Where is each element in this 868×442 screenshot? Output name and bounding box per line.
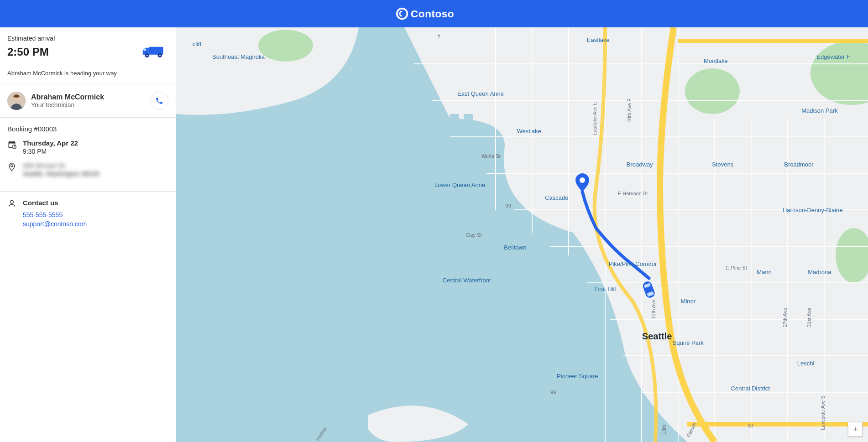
svg-point-4 bbox=[146, 55, 148, 57]
calendar-clock-icon bbox=[7, 140, 16, 149]
destination-marker bbox=[575, 173, 589, 193]
svg-point-18 bbox=[258, 30, 313, 62]
svg-point-40 bbox=[580, 177, 585, 183]
app-header: Contoso bbox=[0, 0, 868, 27]
contact-phone-link[interactable]: 555-555-5555 bbox=[23, 211, 168, 218]
technician-avatar bbox=[7, 92, 26, 110]
booking-address-line1: 400 Broad St. bbox=[23, 161, 99, 169]
contoso-logo-icon: Contoso bbox=[395, 6, 473, 21]
phone-icon bbox=[155, 97, 163, 105]
svg-rect-1 bbox=[149, 47, 163, 55]
truck-icon bbox=[141, 44, 168, 60]
brand-logo: Contoso bbox=[395, 6, 473, 21]
booking-datetime: Thursday, Apr 22 9:30 PM bbox=[7, 139, 168, 155]
booking-address-line2: Seattle, Washington 98109 bbox=[23, 170, 99, 177]
location-pin-icon bbox=[7, 162, 16, 172]
technician-section: Abraham McCormick Your technician bbox=[0, 84, 176, 118]
booking-title: Booking #00003 bbox=[7, 125, 168, 133]
map-view[interactable]: Seattle Southeast MagnoliaEastlakeMontla… bbox=[176, 27, 868, 442]
eta-time: 2:50 PM bbox=[7, 46, 49, 58]
contact-section: Contact us 555-555-5555 support@contoso.… bbox=[0, 192, 176, 236]
svg-text:Contoso: Contoso bbox=[411, 7, 454, 19]
technician-name: Abraham McCormick bbox=[31, 93, 104, 101]
svg-rect-14 bbox=[464, 114, 473, 164]
call-technician-button[interactable] bbox=[150, 92, 168, 110]
technician-role: Your technician bbox=[31, 101, 104, 109]
svg-point-15 bbox=[685, 68, 740, 114]
booking-time: 9:30 PM bbox=[23, 148, 78, 155]
svg-rect-13 bbox=[450, 114, 459, 169]
svg-rect-12 bbox=[436, 114, 445, 169]
svg-point-10 bbox=[10, 200, 14, 203]
headset-icon bbox=[7, 199, 16, 208]
eta-label: Estimated arrival bbox=[7, 35, 168, 42]
booking-date: Thursday, Apr 22 bbox=[23, 139, 78, 147]
map-canvas bbox=[176, 27, 868, 442]
contact-title: Contact us bbox=[23, 199, 168, 207]
booking-section: Booking #00003 Thursday, Apr 22 9:30 PM bbox=[0, 118, 176, 192]
svg-point-6 bbox=[159, 55, 161, 57]
svg-rect-2 bbox=[144, 49, 146, 51]
booking-address: 400 Broad St. Seattle, Washington 98109 bbox=[7, 161, 168, 177]
arrival-message: Abraham McCormick is heading your way bbox=[7, 65, 168, 77]
contact-email-link[interactable]: support@contoso.com bbox=[23, 220, 168, 228]
map-zoom-in-button[interactable]: + bbox=[848, 422, 863, 437]
arrival-section: Estimated arrival 2:50 PM bbox=[0, 27, 176, 84]
details-sidebar: Estimated arrival 2:50 PM bbox=[0, 27, 176, 442]
